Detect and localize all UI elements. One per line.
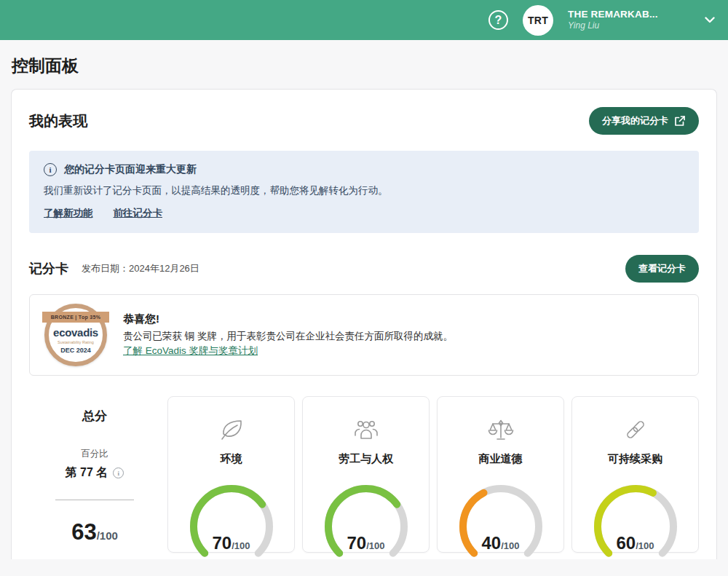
- scales-icon: [438, 416, 563, 443]
- congrats-title: 恭喜您!: [123, 312, 453, 326]
- divider: [55, 500, 134, 500]
- section-title-performance: 我的表现: [29, 111, 87, 131]
- theme-score-max: /100: [366, 540, 384, 551]
- avatar[interactable]: TRT: [523, 5, 553, 36]
- overall-score-value: 63: [71, 519, 96, 545]
- score-gauge: 70/100: [181, 479, 282, 556]
- leaf-icon: [168, 416, 294, 443]
- top-bar: TRT THE REMARKAB... Ying Liu: [0, 0, 728, 40]
- user-name: Ying Liu: [568, 20, 677, 31]
- share-scorecard-label: 分享我的记分卡: [602, 114, 668, 127]
- medal-ribbon: BRONZE | Top 35%: [42, 312, 109, 323]
- medal-brand-sub: Sustainability Rating: [44, 340, 107, 344]
- theme-card-ethics[interactable]: 商业道德 40/100: [437, 396, 564, 553]
- score-gauge: 60/100: [585, 479, 687, 556]
- medal-card: BRONZE | Top 35% ecovadis Sustainability…: [29, 294, 699, 376]
- scorecard-publish-date: 发布日期：2024年12月26日: [82, 262, 199, 275]
- theme-label: 可持续采购: [572, 452, 698, 466]
- theme-score-value: 40: [481, 533, 501, 553]
- overall-score-max: /100: [97, 529, 118, 542]
- theme-card-labor-human-rights[interactable]: 劳工与人权 70/100: [302, 396, 430, 553]
- theme-score-value: 70: [212, 533, 232, 553]
- section-title-scorecard: 记分卡: [29, 260, 68, 277]
- share-export-icon: [674, 115, 686, 127]
- theme-score-value: 60: [616, 533, 636, 553]
- view-scorecard-button[interactable]: 查看记分卡: [625, 255, 699, 283]
- link-go-to-scorecard[interactable]: 前往记分卡: [114, 207, 163, 220]
- update-banner: 您的记分卡页面迎来重大更新 我们重新设计了记分卡页面，以提高结果的透明度，帮助您…: [29, 151, 699, 233]
- theme-label: 环境: [168, 452, 294, 466]
- ecovadis-bronze-medal: BRONZE | Top 35% ecovadis Sustainability…: [44, 304, 107, 366]
- banner-body: 我们重新设计了记分卡页面，以提高结果的透明度，帮助您将见解转化为行动。: [44, 184, 684, 197]
- chevron-down-icon[interactable]: [705, 17, 715, 23]
- info-icon: [44, 163, 57, 176]
- medal-date: DEC 2024: [44, 347, 107, 354]
- people-icon: [303, 416, 429, 443]
- congrats-body: 贵公司已荣获 铜 奖牌，用于表彰贵公司在企业社会责任方面所取得的成就。: [123, 330, 453, 343]
- theme-score-max: /100: [501, 540, 519, 551]
- overall-score-panel: 总分 百分比 第 77 名 63/100: [29, 396, 160, 553]
- score-gauge: 70/100: [315, 479, 417, 556]
- share-scorecard-button[interactable]: 分享我的记分卡: [589, 107, 699, 135]
- theme-label: 商业道德: [438, 452, 563, 466]
- link-medal-program[interactable]: 了解 EcoVadis 奖牌与奖章计划: [123, 344, 258, 358]
- percentile-label: 百分比: [29, 448, 160, 460]
- medal-brand: ecovadis: [44, 326, 107, 339]
- overall-title: 总分: [29, 408, 160, 425]
- theme-label: 劳工与人权: [303, 452, 429, 466]
- theme-score-max: /100: [232, 540, 250, 551]
- score-gauge: 40/100: [450, 479, 552, 556]
- banner-title: 您的记分卡页面迎来重大更新: [64, 163, 197, 176]
- view-scorecard-label: 查看记分卡: [638, 262, 686, 275]
- link-learn-new-features[interactable]: 了解新功能: [44, 207, 93, 220]
- link-icon: [572, 416, 698, 443]
- company-name: THE REMARKAB...: [568, 9, 677, 21]
- my-performance-card: 我的表现 分享我的记分卡 您的记分卡页面迎来重大更新 我们重新设计了记分卡页面，…: [11, 89, 717, 559]
- account-info[interactable]: THE REMARKAB... Ying Liu: [568, 9, 677, 32]
- page-title: 控制面板: [0, 40, 728, 89]
- theme-score-max: /100: [636, 540, 654, 551]
- theme-card-sustainable-procurement[interactable]: 可持续采购 60/100: [571, 396, 699, 553]
- percentile-info-icon[interactable]: [113, 467, 124, 478]
- theme-card-environment[interactable]: 环境 70/100: [167, 396, 295, 553]
- help-icon[interactable]: [488, 10, 508, 30]
- theme-score-value: 70: [347, 533, 366, 553]
- percentile-value: 第 77 名: [66, 465, 108, 481]
- scores-row: 总分 百分比 第 77 名 63/100 环境: [29, 396, 699, 553]
